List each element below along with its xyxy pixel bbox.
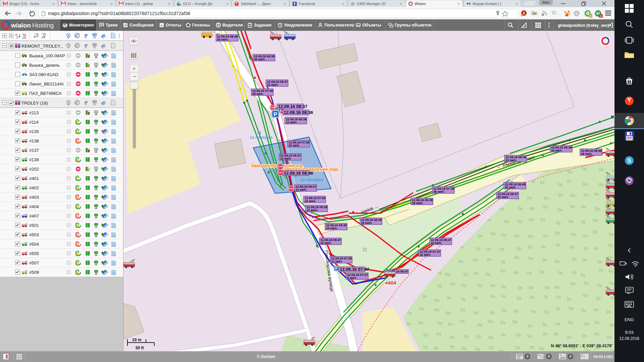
svg-text:10 км/ч: 10 км/ч: [326, 227, 337, 230]
svg-text:20 км/ч: 20 км/ч: [497, 195, 508, 199]
svg-text:1а прохідна: 1а прохідна: [300, 177, 323, 182]
svg-text:34 км/ч: 34 км/ч: [551, 149, 562, 152]
svg-text:12.09.16 08:46: 12.09.16 08:46: [284, 171, 313, 176]
svg-text:12.09.16 07:47: 12.09.16 07:47: [340, 267, 369, 272]
svg-text:34 км/ч: 34 км/ч: [217, 38, 228, 41]
svg-text:#404: #404: [385, 280, 396, 286]
svg-text:50 ft: 50 ft: [136, 346, 144, 350]
svg-text:20 км/ч: 20 км/ч: [505, 186, 516, 189]
svg-text:P: P: [335, 266, 337, 270]
svg-text:12 км/ч: 12 км/ч: [286, 121, 297, 124]
svg-text:24: 24: [533, 12, 536, 15]
svg-text:STOP: STOP: [289, 188, 294, 190]
svg-text:12 км/ч: 12 км/ч: [267, 83, 278, 86]
svg-text:28 км/ч: 28 км/ч: [252, 92, 263, 96]
svg-text:12 км/ч: 12 км/ч: [280, 157, 291, 160]
svg-text:12.09.16 08:36: 12.09.16 08:36: [284, 110, 313, 115]
svg-text:20 км/ч: 20 км/ч: [288, 144, 299, 147]
svg-text:12.09.16 08:37: 12.09.16 08:37: [278, 104, 307, 109]
svg-text:18 км/ч: 18 км/ч: [431, 241, 441, 245]
svg-text:12 км/ч: 12 км/ч: [331, 260, 342, 263]
svg-text:12 км/ч: 12 км/ч: [296, 188, 306, 191]
svg-text:1: 1: [600, 14, 602, 18]
svg-text:STOP: STOP: [270, 107, 275, 109]
svg-text:8 км/ч: 8 км/ч: [347, 276, 356, 280]
svg-text:36 км/ч: 36 км/ч: [433, 190, 444, 193]
svg-text:P: P: [274, 111, 277, 117]
svg-text:26 км/ч: 26 км/ч: [254, 58, 265, 61]
svg-text:10 m: 10 m: [132, 338, 141, 342]
svg-text:$: $: [523, 11, 525, 15]
svg-text:STOP: STOP: [278, 172, 283, 174]
svg-text:N 48° 56.6001' : E 038° 28.417: N 48° 56.6001' : E 038° 28.4178': [551, 344, 612, 348]
svg-text:1а прохідна: 1а прохідна: [250, 135, 272, 140]
svg-text:10 км/ч: 10 км/ч: [305, 199, 315, 203]
svg-text:26 км/ч: 26 км/ч: [581, 152, 592, 156]
svg-text:18 км/ч: 18 км/ч: [361, 221, 372, 225]
svg-text:12 км/ч: 12 км/ч: [307, 208, 317, 212]
svg-text:STOP: STOP: [278, 166, 283, 168]
svg-text:20 км/ч: 20 км/ч: [320, 241, 331, 245]
svg-text:28 км/ч: 28 км/ч: [412, 201, 423, 205]
svg-text:S: S: [627, 158, 631, 164]
svg-text:S: S: [575, 11, 578, 16]
svg-text:2: 2: [590, 14, 591, 18]
svg-text:22 км/ч: 22 км/ч: [505, 159, 516, 162]
svg-text:22 км/ч: 22 км/ч: [420, 253, 430, 256]
